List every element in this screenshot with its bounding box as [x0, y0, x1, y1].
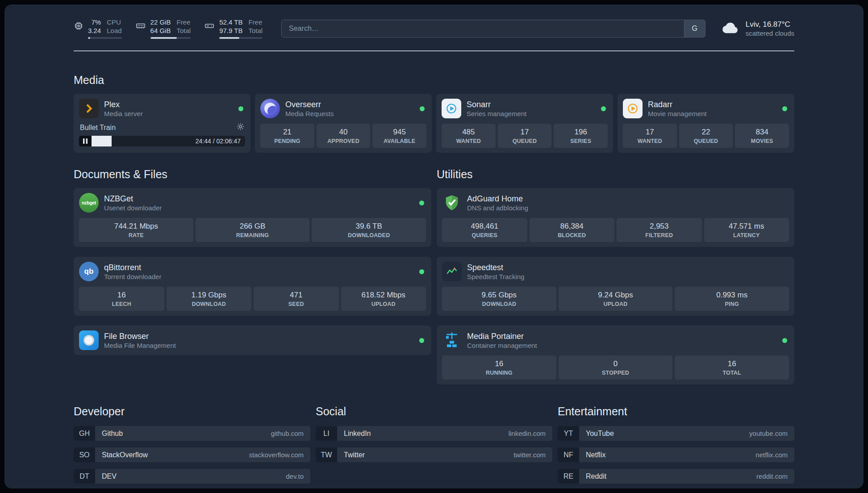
- bookmark-reddit[interactable]: RE Reddit reddit.com: [558, 469, 794, 484]
- stat-value: 1.19 Gbps: [168, 291, 250, 300]
- bookmark-dev[interactable]: DT DEV dev.to: [74, 469, 310, 484]
- memory-free-label: Free: [176, 18, 191, 26]
- media-card-row: Plex Media server Bullet Train: [74, 94, 794, 153]
- search-provider-button[interactable]: G: [684, 20, 705, 38]
- service-card-nzbget[interactable]: nzbget NZBGet Usenet downloader 744.21 M…: [74, 188, 431, 247]
- bookmark-group-social: Social LI LinkedIn linkedin.com TW Twitt…: [316, 405, 552, 489]
- bookmark-abbr: LI: [316, 426, 337, 441]
- filebrowser-icon: [79, 330, 99, 350]
- memory-usage-bar: [150, 37, 191, 39]
- service-card-overseerr[interactable]: Overseerr Media Requests 21 PENDING 40 A…: [255, 94, 432, 153]
- service-card-filebrowser[interactable]: File Browser Media File Management: [74, 326, 431, 355]
- bookmark-domain: dev.to: [286, 472, 304, 480]
- service-card-speedtest[interactable]: Speedtest Speedtest Tracking 9.65 Gbps D…: [437, 257, 794, 316]
- bookmark-domain: twitter.com: [513, 451, 546, 459]
- bookmark-group-developer: Developer GH Github github.com SO StackO…: [74, 405, 310, 489]
- service-card-plex[interactable]: Plex Media server Bullet Train: [74, 94, 250, 153]
- stat-value: 744.21 Mbps: [81, 222, 192, 231]
- service-card-sonarr[interactable]: Sonarr Series management 485 WANTED 17 Q…: [436, 94, 613, 153]
- stat-value: 196: [555, 128, 606, 137]
- stat-value: 618.52 Mbps: [343, 291, 425, 300]
- stat-value: 0: [560, 359, 671, 368]
- bookmark-linkedin[interactable]: LI LinkedIn linkedin.com: [316, 426, 552, 441]
- memory-widget: 22 GiB 64 GiB Free Total: [135, 18, 191, 39]
- stat-label: RATE: [81, 232, 192, 238]
- disk-usage-bar: [219, 37, 263, 39]
- stat-value: 16: [81, 291, 163, 300]
- stat-label: REMAINING: [197, 232, 308, 238]
- stat-wanted: 17 WANTED: [623, 124, 677, 148]
- pause-button[interactable]: [79, 136, 92, 146]
- status-dot: [782, 338, 787, 343]
- service-card-qbittorrent[interactable]: qb qBittorrent Torrent downloader 16 LEE…: [74, 257, 431, 316]
- stat-download: 9.65 Gbps DOWNLOAD: [442, 287, 556, 311]
- topbar: 7% 3.24 CPU Load: [74, 4, 794, 39]
- stat-label: WANTED: [443, 138, 494, 144]
- disk-total-value: 97.9 TB: [219, 26, 242, 35]
- stat-label: UPLOAD: [560, 301, 671, 307]
- service-name: Media Portainer: [467, 331, 777, 341]
- nzbget-icon-label: nzbget: [82, 200, 96, 205]
- stat-value: 485: [443, 128, 494, 137]
- service-name: AdGuard Home: [467, 194, 789, 204]
- nzbget-icon: nzbget: [79, 193, 99, 213]
- section-title-media: Media: [74, 74, 794, 87]
- service-card-portainer[interactable]: Media Portainer Container management 16 …: [437, 326, 794, 384]
- stat-series: 196 SERIES: [554, 124, 608, 148]
- service-card-radarr[interactable]: Radarr Movie management 17 WANTED 22 QUE…: [618, 94, 794, 153]
- stat-downloaded: 39.6 TB DOWNLOADED: [312, 218, 426, 242]
- stat-value: 17: [625, 128, 675, 137]
- weather-location-temp: Lviv, 16.87°C: [746, 20, 794, 29]
- service-card-adguard[interactable]: AdGuard Home DNS and adblocking 498,461 …: [437, 188, 794, 247]
- documents-column: Documents & Files nzbget NZBGet Usenet d…: [74, 168, 431, 384]
- portainer-icon: [442, 330, 462, 350]
- stat-label: APPROVED: [318, 138, 369, 144]
- stat-running: 16 RUNNING: [442, 355, 556, 380]
- cpu-widget: 7% 3.24 CPU Load: [74, 18, 122, 39]
- stat-label: BLOCKED: [531, 232, 613, 238]
- disk-free-value: 52.4 TB: [219, 18, 242, 26]
- overseerr-icon: [260, 99, 280, 118]
- stat-queued: 22 QUEUED: [679, 124, 733, 148]
- stat-label: RUNNING: [444, 370, 555, 376]
- weather-widget: Lviv, 16.87°C scattered clouds: [722, 20, 794, 38]
- disk-icon: [204, 21, 215, 33]
- bookmark-twitter[interactable]: TW Twitter twitter.com: [316, 447, 552, 462]
- playback-progress-bar: 24:44 / 02:06:47: [79, 136, 245, 146]
- stat-value: 16: [676, 359, 787, 368]
- stat-approved: 40 APPROVED: [317, 124, 371, 148]
- service-desc: Usenet downloader: [104, 204, 414, 212]
- bookmark-name: Github: [102, 430, 123, 438]
- service-desc: Torrent downloader: [104, 272, 414, 281]
- stat-seed: 471 SEED: [254, 287, 339, 311]
- stat-label: DOWNLOAD: [444, 301, 555, 307]
- status-dot: [419, 269, 424, 274]
- stat-value: 2,953: [618, 222, 700, 231]
- cloud-icon: [722, 21, 740, 37]
- service-name: Overseerr: [285, 100, 414, 109]
- bookmark-name: YouTube: [586, 430, 614, 438]
- bookmark-abbr: GH: [74, 426, 95, 441]
- stat-label: WANTED: [625, 138, 675, 144]
- bookmark-netflix[interactable]: NF Netflix netflix.com: [558, 447, 794, 462]
- service-desc: Media Requests: [285, 109, 414, 118]
- section-title-developer: Developer: [74, 405, 310, 418]
- stat-value: 9.65 Gbps: [444, 291, 555, 300]
- stat-label: STOPPED: [560, 370, 671, 376]
- bookmark-stackoverflow[interactable]: SO StackOverflow stackoverflow.com: [74, 447, 310, 462]
- stat-available: 945 AVAILABLE: [372, 124, 426, 148]
- bookmarks: Developer GH Github github.com SO StackO…: [74, 405, 794, 489]
- bookmark-youtube[interactable]: YT YouTube youtube.com: [558, 426, 794, 441]
- stat-value: 945: [374, 128, 425, 137]
- disk-widget: 52.4 TB 97.9 TB Free Total: [204, 18, 263, 39]
- service-name: NZBGet: [104, 194, 414, 204]
- status-dot: [782, 106, 787, 111]
- bookmark-github[interactable]: GH Github github.com: [74, 426, 310, 441]
- section-title-documents: Documents & Files: [74, 168, 431, 181]
- service-name: Radarr: [648, 100, 777, 109]
- bookmark-abbr: NF: [558, 447, 579, 462]
- status-dot: [238, 106, 243, 111]
- bookmark-abbr: YT: [558, 426, 579, 441]
- search-input[interactable]: [281, 20, 705, 38]
- settings-gear-icon[interactable]: [237, 123, 244, 132]
